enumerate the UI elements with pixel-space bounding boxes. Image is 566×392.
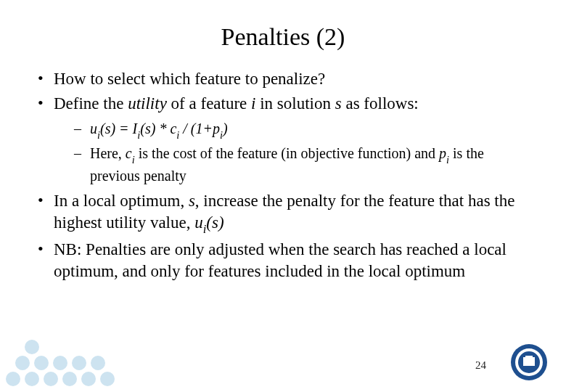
- var-p: p: [439, 145, 446, 161]
- term-utility: utility: [128, 94, 167, 113]
- svg-rect-16: [525, 356, 533, 359]
- var-s2: s: [189, 192, 195, 210]
- svg-point-10: [100, 372, 115, 386]
- text: as follows:: [342, 94, 419, 113]
- eq-star: *: [155, 121, 170, 136]
- eq-p: p: [213, 121, 220, 136]
- eq-eq: =: [115, 121, 133, 136]
- bullet-2: Define the utility of a feature i in sol…: [35, 93, 531, 186]
- eq-paren2: (s): [140, 121, 155, 136]
- svg-point-3: [15, 356, 30, 370]
- sub-list: ui(s) = Ii(s) * ci / (1+pi) Here, ci is …: [54, 119, 531, 186]
- svg-point-9: [81, 372, 96, 386]
- slide-title: Penalties (2): [35, 23, 531, 51]
- bullet-1: How to select which feature to penalize?: [35, 68, 531, 90]
- svg-point-11: [91, 356, 105, 370]
- eq-paren: (s): [100, 121, 115, 136]
- eq-div: / (1+: [179, 121, 213, 136]
- text: in solution: [255, 94, 335, 113]
- eq-sub-i3: i: [176, 129, 179, 141]
- var-s: s: [335, 94, 342, 113]
- page-number: 24: [475, 359, 486, 372]
- institution-logo-icon: [509, 343, 549, 382]
- svg-point-4: [34, 356, 49, 370]
- svg-point-1: [25, 372, 39, 386]
- text: Define the: [54, 94, 128, 113]
- bullet-3: In a local optimum, s, increase the pena…: [35, 190, 531, 236]
- decorative-dots: [0, 327, 145, 392]
- text: of a feature: [167, 94, 251, 113]
- eq-sub-i4: i: [220, 129, 223, 141]
- bullet-4: NB: Penalties are only adjusted when the…: [35, 239, 531, 282]
- svg-point-8: [72, 356, 86, 370]
- svg-point-7: [62, 372, 77, 386]
- paren-s: (s): [206, 213, 223, 232]
- sub-i: i: [132, 154, 135, 166]
- sub-explain: Here, ci is the cost of the feature (in …: [74, 144, 531, 185]
- eq-close: ): [223, 121, 228, 136]
- text: Here,: [90, 145, 126, 161]
- sub-i2: i: [446, 154, 449, 166]
- svg-point-6: [25, 340, 39, 354]
- eq-c: c: [170, 121, 176, 136]
- bullet-list: How to select which feature to penalize?…: [35, 68, 531, 282]
- svg-point-5: [53, 356, 67, 370]
- text: In a local optimum,: [54, 192, 189, 210]
- svg-point-2: [44, 372, 58, 386]
- var-u: u: [194, 213, 203, 232]
- eq-sub-i2: i: [137, 129, 140, 141]
- eq-sub-i: i: [97, 129, 100, 141]
- slide: Penalties (2) How to select which featur…: [0, 0, 566, 392]
- equation: ui(s) = Ii(s) * ci / (1+pi): [74, 119, 531, 141]
- eq-u: u: [90, 121, 97, 136]
- var-c: c: [126, 145, 132, 161]
- svg-point-0: [6, 372, 20, 386]
- sub-i3: i: [203, 222, 207, 236]
- text: is the cost of the feature (in objective…: [135, 145, 439, 161]
